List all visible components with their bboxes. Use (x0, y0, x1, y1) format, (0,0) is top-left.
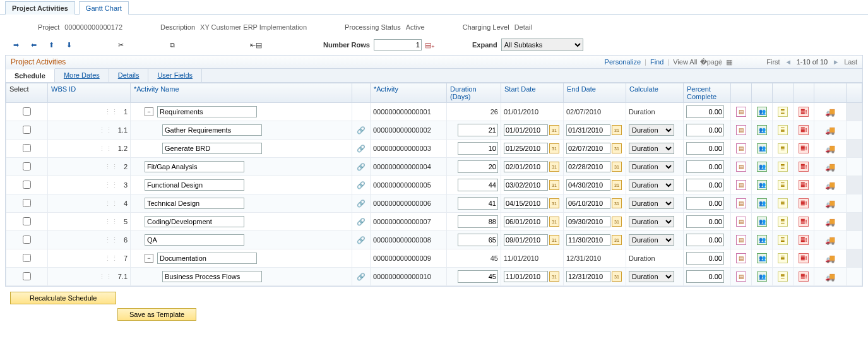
duration-input[interactable] (458, 197, 498, 210)
start-date-input[interactable] (504, 124, 548, 136)
drag-handle-icon[interactable]: ⋮⋮ (97, 126, 114, 134)
col-pct[interactable]: Percent Complete (687, 85, 716, 100)
team-icon[interactable]: 👥 (757, 253, 767, 263)
transport-icon[interactable]: 🚚 (826, 236, 835, 244)
activity-name-input[interactable] (162, 271, 262, 282)
alert-icon[interactable]: ≣! (799, 143, 809, 153)
notes-icon[interactable]: ≣ (778, 162, 788, 172)
first-link[interactable]: First (766, 58, 780, 66)
row-select[interactable] (23, 144, 31, 152)
row-select[interactable] (23, 181, 31, 189)
start-date-input[interactable] (504, 234, 548, 246)
calendar-icon[interactable]: 31 (612, 180, 622, 190)
transport-icon[interactable]: 🚚 (826, 162, 835, 171)
duration-input[interactable] (458, 234, 498, 246)
percent-complete-input[interactable] (686, 197, 724, 210)
team-icon[interactable]: 👥 (757, 143, 767, 153)
transport-icon[interactable]: 🚚 (826, 217, 835, 226)
calculate-select[interactable]: Duration (629, 143, 674, 154)
link-icon[interactable]: 🔗 (357, 218, 366, 225)
team-icon[interactable]: 👥 (757, 217, 767, 227)
transport-icon[interactable]: 🚚 (826, 272, 835, 281)
activity-name-input[interactable] (145, 179, 244, 191)
row-select[interactable] (23, 236, 31, 244)
activity-name-input[interactable] (145, 234, 244, 246)
end-date-input[interactable] (566, 198, 610, 209)
start-date-input[interactable] (504, 271, 548, 282)
last-link[interactable]: Last (844, 58, 857, 66)
drag-handle-icon[interactable]: ⋮⋮ (97, 273, 114, 280)
start-date-input[interactable] (504, 198, 548, 209)
start-date-input[interactable] (504, 179, 548, 191)
insert-rows-icon[interactable]: ▤₊ (425, 40, 434, 49)
row-select[interactable] (23, 272, 31, 280)
col-end[interactable]: End Date (567, 85, 596, 93)
calculate-select[interactable]: Duration (629, 179, 674, 191)
percent-complete-input[interactable] (686, 179, 724, 191)
calendar-icon[interactable]: 31 (612, 143, 622, 153)
tab-more-dates[interactable]: More Dates (55, 69, 109, 82)
row-select[interactable] (23, 254, 31, 262)
end-date-input[interactable] (566, 271, 610, 282)
detail-icon[interactable]: ▤ (736, 253, 746, 263)
calculate-select[interactable]: Duration (629, 198, 674, 209)
col-calc[interactable]: Calculate (629, 85, 658, 93)
arrow-up-icon[interactable]: ⬆ (47, 40, 56, 49)
notes-icon[interactable]: ≣ (778, 125, 788, 135)
percent-complete-input[interactable] (686, 105, 724, 118)
transport-icon[interactable]: 🚚 (826, 144, 835, 153)
activity-name-input[interactable] (145, 198, 244, 209)
detail-icon[interactable]: ▤ (736, 198, 746, 208)
start-date-input[interactable] (504, 143, 548, 154)
duration-input[interactable] (458, 270, 498, 283)
recalculate-button[interactable]: Recalculate Schedule (10, 292, 116, 304)
link-icon[interactable]: 🔗 (357, 163, 366, 170)
team-icon[interactable]: 👥 (757, 235, 767, 245)
duration-input[interactable] (458, 160, 498, 173)
drag-handle-icon[interactable]: ⋮⋮ (102, 254, 120, 262)
percent-complete-input[interactable] (686, 252, 724, 265)
outdent-icon[interactable]: ⇤▤ (251, 40, 260, 49)
row-select[interactable] (23, 126, 31, 134)
tab-gantt-chart[interactable]: Gantt Chart (79, 1, 129, 15)
calendar-icon[interactable]: 31 (612, 125, 622, 135)
percent-complete-input[interactable] (686, 160, 724, 173)
end-date-input[interactable] (566, 143, 610, 154)
col-name[interactable]: *Activity Name (134, 85, 179, 93)
link-icon[interactable]: 🔗 (357, 236, 366, 244)
activity-name-input[interactable] (157, 253, 257, 264)
end-date-input[interactable] (566, 216, 610, 227)
arrow-right-icon[interactable]: ➡ (11, 40, 20, 49)
calendar-icon[interactable]: 31 (549, 162, 559, 172)
end-date-input[interactable] (566, 161, 610, 172)
percent-complete-input[interactable] (686, 234, 724, 246)
download-icon[interactable]: ▦ (725, 57, 734, 66)
drag-handle-icon[interactable]: ⋮⋮ (102, 218, 120, 225)
calendar-icon[interactable]: 31 (612, 271, 622, 282)
find-link[interactable]: Find (650, 58, 663, 66)
calendar-icon[interactable]: 31 (549, 180, 559, 190)
percent-complete-input[interactable] (686, 124, 724, 136)
calendar-icon[interactable]: 31 (612, 217, 622, 227)
alert-icon[interactable]: ≣! (799, 253, 809, 263)
transport-icon[interactable]: 🚚 (826, 126, 835, 134)
alert-icon[interactable]: ≣! (799, 217, 809, 227)
calendar-icon[interactable]: 31 (549, 198, 559, 208)
save-template-button[interactable]: Save as Template (117, 308, 196, 321)
drag-handle-icon[interactable]: ⋮⋮ (102, 108, 120, 116)
end-date-input[interactable] (566, 234, 610, 246)
start-date-input[interactable] (504, 161, 548, 172)
row-select[interactable] (23, 107, 31, 116)
arrow-left-icon[interactable]: ⬅ (29, 40, 38, 49)
arrow-down-icon[interactable]: ⬇ (64, 40, 73, 49)
prev-icon[interactable]: ◄ (784, 57, 793, 66)
activity-name-input[interactable] (145, 161, 244, 172)
calendar-icon[interactable]: 31 (549, 235, 559, 245)
percent-complete-input[interactable] (686, 142, 724, 155)
transport-icon[interactable]: 🚚 (826, 254, 835, 263)
alert-icon[interactable]: ≣! (799, 198, 809, 208)
collapse-icon[interactable]: − (145, 107, 153, 116)
duration-input[interactable] (458, 124, 498, 136)
team-icon[interactable]: 👥 (757, 271, 767, 282)
notes-icon[interactable]: ≣ (778, 217, 788, 227)
